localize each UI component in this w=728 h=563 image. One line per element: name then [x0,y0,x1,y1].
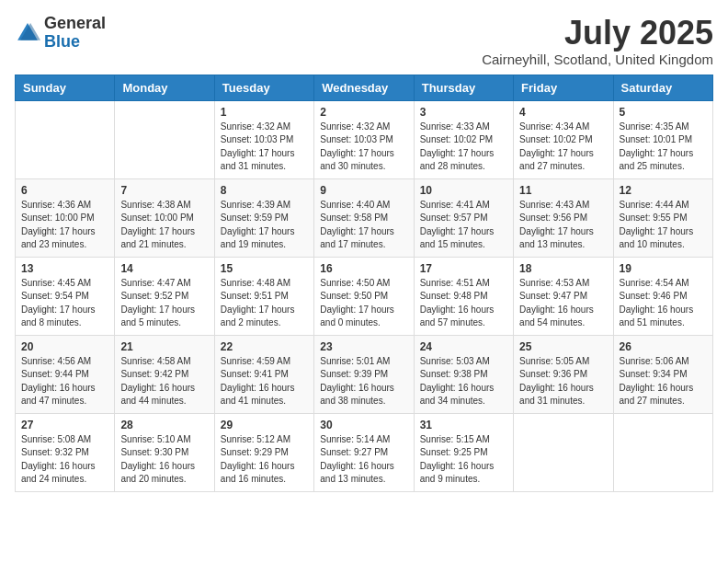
day-info: Sunrise: 5:06 AMSunset: 9:34 PMDaylight:… [620,355,707,408]
day-number: 12 [620,184,707,197]
day-number: 15 [221,262,308,275]
weekday-header-row: SundayMondayTuesdayWednesdayThursdayFrid… [16,75,713,100]
logo: General Blue [15,15,106,52]
day-info: Sunrise: 4:32 AMSunset: 10:03 PMDaylight… [320,121,407,174]
calendar-cell [613,413,712,491]
day-info: Sunrise: 5:15 AMSunset: 9:25 PMDaylight:… [420,433,507,487]
day-info: Sunrise: 4:32 AMSunset: 10:03 PMDaylight… [221,121,308,174]
calendar-week-row: 13Sunrise: 4:45 AMSunset: 9:54 PMDayligh… [16,257,713,335]
calendar-cell: 30Sunrise: 5:14 AMSunset: 9:27 PMDayligh… [314,413,414,491]
calendar-cell: 4Sunrise: 4:34 AMSunset: 10:02 PMDayligh… [514,100,613,178]
calendar-cell: 23Sunrise: 5:01 AMSunset: 9:39 PMDayligh… [314,335,414,413]
day-number: 6 [21,184,108,197]
calendar-cell: 13Sunrise: 4:45 AMSunset: 9:54 PMDayligh… [16,257,115,335]
calendar-week-row: 20Sunrise: 4:56 AMSunset: 9:44 PMDayligh… [16,335,713,413]
calendar-cell: 3Sunrise: 4:33 AMSunset: 10:02 PMDayligh… [414,100,513,178]
day-number: 1 [221,106,308,119]
calendar-cell: 15Sunrise: 4:48 AMSunset: 9:51 PMDayligh… [214,257,313,335]
calendar-cell: 31Sunrise: 5:15 AMSunset: 9:25 PMDayligh… [414,413,513,491]
weekday-header-saturday: Saturday [613,75,712,100]
day-info: Sunrise: 4:59 AMSunset: 9:41 PMDaylight:… [221,355,308,408]
day-info: Sunrise: 4:50 AMSunset: 9:50 PMDaylight:… [320,277,407,330]
calendar-cell: 5Sunrise: 4:35 AMSunset: 10:01 PMDayligh… [613,100,712,178]
weekday-header-thursday: Thursday [414,75,513,100]
day-number: 7 [120,184,208,197]
day-number: 2 [320,106,407,119]
calendar-cell: 20Sunrise: 4:56 AMSunset: 9:44 PMDayligh… [16,335,115,413]
calendar-cell: 14Sunrise: 4:47 AMSunset: 9:52 PMDayligh… [115,257,214,335]
logo-icon [15,20,40,46]
calendar-cell: 17Sunrise: 4:51 AMSunset: 9:48 PMDayligh… [414,257,513,335]
calendar-week-row: 1Sunrise: 4:32 AMSunset: 10:03 PMDayligh… [16,100,713,178]
day-info: Sunrise: 4:45 AMSunset: 9:54 PMDaylight:… [21,277,108,330]
day-info: Sunrise: 5:14 AMSunset: 9:27 PMDaylight:… [320,433,407,487]
day-number: 11 [519,184,607,197]
day-number: 20 [21,340,108,353]
day-number: 3 [420,106,507,119]
calendar-cell: 10Sunrise: 4:41 AMSunset: 9:57 PMDayligh… [414,178,513,257]
calendar-cell: 26Sunrise: 5:06 AMSunset: 9:34 PMDayligh… [613,335,712,413]
day-number: 13 [21,262,108,275]
calendar-cell: 2Sunrise: 4:32 AMSunset: 10:03 PMDayligh… [314,100,414,178]
day-info: Sunrise: 5:08 AMSunset: 9:32 PMDaylight:… [21,433,108,487]
day-info: Sunrise: 5:01 AMSunset: 9:39 PMDaylight:… [320,355,407,408]
day-info: Sunrise: 4:35 AMSunset: 10:01 PMDaylight… [620,121,707,174]
calendar-week-row: 6Sunrise: 4:36 AMSunset: 10:00 PMDayligh… [16,178,713,257]
day-number: 16 [320,262,407,275]
day-number: 28 [120,419,208,431]
calendar-cell: 11Sunrise: 4:43 AMSunset: 9:56 PMDayligh… [514,178,613,257]
day-number: 27 [21,419,108,431]
day-info: Sunrise: 4:56 AMSunset: 9:44 PMDaylight:… [21,355,108,408]
logo-text: General Blue [44,15,106,52]
calendar-cell: 7Sunrise: 4:38 AMSunset: 10:00 PMDayligh… [115,178,214,257]
day-number: 19 [620,262,707,275]
calendar-cell: 18Sunrise: 4:53 AMSunset: 9:47 PMDayligh… [514,257,613,335]
day-number: 5 [620,106,707,119]
weekday-header-tuesday: Tuesday [214,75,313,100]
location: Cairneyhill, Scotland, United Kingdom [482,52,713,67]
day-number: 8 [221,184,308,197]
weekday-header-monday: Monday [115,75,214,100]
day-number: 29 [221,419,308,431]
calendar-cell: 24Sunrise: 5:03 AMSunset: 9:38 PMDayligh… [414,335,513,413]
day-info: Sunrise: 4:44 AMSunset: 9:55 PMDaylight:… [620,199,707,252]
day-info: Sunrise: 4:36 AMSunset: 10:00 PMDaylight… [21,199,108,252]
calendar-cell: 25Sunrise: 5:05 AMSunset: 9:36 PMDayligh… [514,335,613,413]
day-number: 24 [420,340,507,353]
calendar-cell: 6Sunrise: 4:36 AMSunset: 10:00 PMDayligh… [16,178,115,257]
calendar-cell: 21Sunrise: 4:58 AMSunset: 9:42 PMDayligh… [115,335,214,413]
day-number: 14 [120,262,208,275]
day-number: 21 [120,340,208,353]
day-info: Sunrise: 4:53 AMSunset: 9:47 PMDaylight:… [519,277,607,330]
day-info: Sunrise: 4:54 AMSunset: 9:46 PMDaylight:… [620,277,707,330]
day-info: Sunrise: 4:39 AMSunset: 9:59 PMDaylight:… [221,199,308,252]
calendar-cell [115,100,214,178]
calendar-table: SundayMondayTuesdayWednesdayThursdayFrid… [15,75,713,492]
calendar-cell: 8Sunrise: 4:39 AMSunset: 9:59 PMDaylight… [214,178,313,257]
day-info: Sunrise: 4:40 AMSunset: 9:58 PMDaylight:… [320,199,407,252]
day-info: Sunrise: 4:58 AMSunset: 9:42 PMDaylight:… [120,355,208,408]
page-header: General Blue July 2025 Cairneyhill, Scot… [15,15,713,67]
weekday-header-sunday: Sunday [16,75,115,100]
day-info: Sunrise: 4:41 AMSunset: 9:57 PMDaylight:… [420,199,507,252]
day-info: Sunrise: 4:51 AMSunset: 9:48 PMDaylight:… [420,277,507,330]
calendar-week-row: 27Sunrise: 5:08 AMSunset: 9:32 PMDayligh… [16,413,713,491]
day-info: Sunrise: 4:47 AMSunset: 9:52 PMDaylight:… [120,277,208,330]
calendar-cell: 28Sunrise: 5:10 AMSunset: 9:30 PMDayligh… [115,413,214,491]
calendar-cell [514,413,613,491]
logo-general: General [44,14,106,32]
calendar-cell: 16Sunrise: 4:50 AMSunset: 9:50 PMDayligh… [314,257,414,335]
day-info: Sunrise: 5:03 AMSunset: 9:38 PMDaylight:… [420,355,507,408]
day-number: 26 [620,340,707,353]
day-number: 30 [320,419,407,431]
logo-blue: Blue [44,32,80,51]
calendar-cell: 19Sunrise: 4:54 AMSunset: 9:46 PMDayligh… [613,257,712,335]
calendar-cell: 12Sunrise: 4:44 AMSunset: 9:55 PMDayligh… [613,178,712,257]
weekday-header-wednesday: Wednesday [314,75,414,100]
day-number: 4 [519,106,607,119]
day-info: Sunrise: 4:34 AMSunset: 10:02 PMDaylight… [519,121,607,174]
day-number: 22 [221,340,308,353]
day-info: Sunrise: 4:33 AMSunset: 10:02 PMDaylight… [420,121,507,174]
day-info: Sunrise: 4:48 AMSunset: 9:51 PMDaylight:… [221,277,308,330]
day-info: Sunrise: 4:38 AMSunset: 10:00 PMDaylight… [120,199,208,252]
